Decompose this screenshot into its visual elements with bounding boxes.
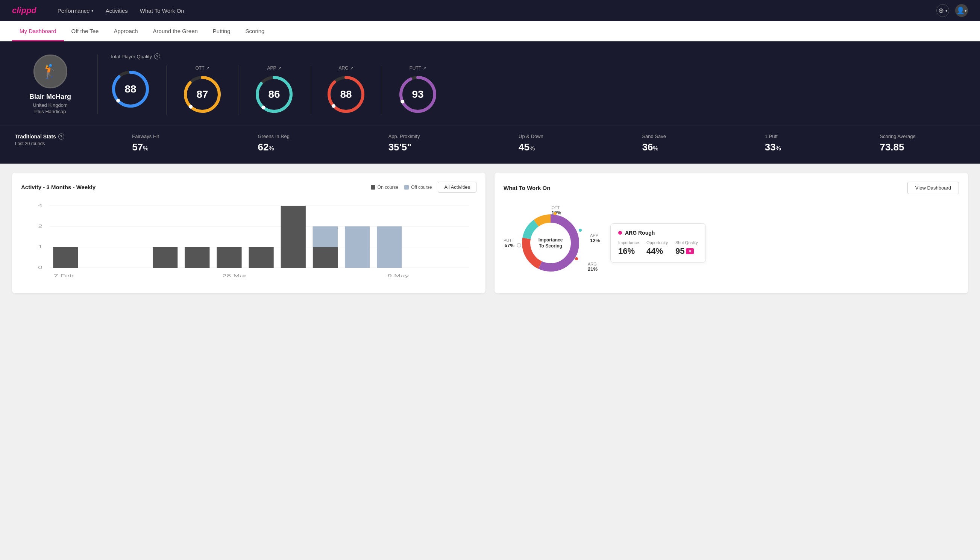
ring-number-arg: 88 — [340, 88, 352, 100]
score-label-arg: ARG ↗ — [338, 65, 353, 71]
card-metric-importance: Importance 16% — [618, 240, 639, 256]
legend-on-course: On course — [371, 185, 398, 190]
arg-dot — [575, 257, 578, 260]
top-nav: clippd Performance ▾ Activities What To … — [0, 0, 980, 21]
tab-my-dashboard[interactable]: My Dashboard — [12, 21, 64, 42]
ring-number-ott: 87 — [196, 88, 208, 100]
ring-dot — [189, 105, 193, 109]
putt-label: PUTT 57% — [504, 238, 514, 248]
ring-dot — [401, 100, 404, 103]
score-item-putt: PUTT ↗ 93 — [382, 65, 454, 115]
stat-greens-in-reg: Greens In Reg62% — [258, 133, 290, 153]
card-metric-shot-quality: Shot Quality 95 ▼ — [676, 240, 698, 256]
donut-section: PUTT 57% OTT 10% APP 12% ARG — [504, 202, 959, 284]
stats-info-icon[interactable]: ? — [58, 133, 64, 140]
svg-text:2: 2 — [38, 224, 43, 229]
add-button[interactable]: ⊕ ▾ — [937, 4, 949, 17]
ring-number-app: 86 — [268, 88, 280, 100]
stat-value-greens-in-reg: 62% — [258, 142, 274, 153]
tab-approach[interactable]: Approach — [106, 21, 145, 42]
ring-ott: 87 — [181, 74, 223, 115]
hero-section: 🏌️ Blair McHarg United Kingdom Plus Hand… — [0, 42, 980, 126]
app-dot — [579, 229, 582, 232]
tab-scoring[interactable]: Scoring — [238, 21, 272, 42]
player-country: United Kingdom — [33, 102, 68, 108]
player-name: Blair McHarg — [29, 93, 71, 101]
total-quality-label: Total Player Quality ? — [110, 53, 965, 59]
arg-label: ARG 21% — [588, 262, 597, 272]
stats-title: Traditional Stats ? — [15, 133, 71, 140]
stat-one-putt: 1 Putt33% — [765, 133, 781, 153]
svg-text:1: 1 — [38, 245, 43, 249]
card-metric-opportunity: Opportunity 44% — [646, 240, 668, 256]
tab-around-the-green[interactable]: Around the Green — [146, 21, 205, 42]
tab-off-the-tee[interactable]: Off the Tee — [64, 21, 106, 42]
nav-performance[interactable]: Performance ▾ — [58, 8, 94, 14]
stats-label-block: Traditional Stats ? Last 20 rounds — [15, 133, 83, 146]
stat-name-one-putt: 1 Putt — [765, 133, 778, 139]
svg-text:0: 0 — [38, 265, 43, 270]
score-item-app: APP ↗ 86 — [238, 65, 310, 115]
activity-panel-header: Activity - 3 Months - Weekly On course O… — [21, 182, 476, 193]
stat-sand-save: Sand Save36% — [642, 133, 666, 153]
stat-name-up-down: Up & Down — [519, 133, 543, 139]
stat-fairways-hit: Fairways Hit57% — [132, 133, 159, 153]
svg-text:To Scoring: To Scoring — [539, 243, 562, 248]
all-activities-button[interactable]: All Activities — [438, 182, 476, 193]
tab-putting[interactable]: Putting — [205, 21, 238, 42]
stat-unit: % — [143, 145, 148, 152]
activity-chart-svg: 0 1 2 4 — [21, 200, 476, 283]
off-course-legend-dot — [404, 185, 409, 190]
arrow-icon: ↗ — [278, 66, 281, 71]
what-to-work-on-panel: What To Work On View Dashboard PUTT 57% … — [494, 173, 968, 293]
stat-value-sand-save: 36% — [642, 142, 658, 153]
hero-top: 🏌️ Blair McHarg United Kingdom Plus Hand… — [15, 53, 965, 115]
score-label-app: APP ↗ — [267, 65, 281, 71]
stat-name-sand-save: Sand Save — [642, 133, 666, 139]
svg-rect-13 — [281, 206, 306, 268]
stat-scoring-average: Scoring Average73.85 — [880, 133, 915, 153]
player-avatar: 🏌️ — [33, 55, 67, 88]
user-avatar-button[interactable]: 👤 ▾ — [955, 4, 968, 17]
svg-text:28 Mar: 28 Mar — [222, 273, 247, 278]
score-item-arg: ARG ↗ 88 — [310, 65, 382, 115]
ring-dot — [332, 104, 335, 108]
donut-svg: Importance To Scoring — [517, 209, 584, 277]
score-item-ott: OTT ↗ 87 — [166, 65, 238, 115]
nav-right-controls: ⊕ ▾ 👤 ▾ — [937, 4, 968, 17]
ring-putt: 93 — [397, 74, 438, 115]
stat-unit: % — [268, 145, 274, 152]
shot-quality-badge: ▼ — [686, 248, 694, 254]
svg-rect-9 — [153, 247, 178, 268]
donut-with-labels: PUTT 57% OTT 10% APP 12% ARG — [504, 202, 601, 284]
player-info: 🏌️ Blair McHarg United Kingdom Plus Hand… — [15, 55, 98, 114]
ring-total: 88 — [110, 68, 151, 110]
nav-what-to-work-on[interactable]: What To Work On — [140, 8, 184, 14]
scores-section: Total Player Quality ? 88 OTT ↗ 87 APP ↗ — [98, 53, 965, 115]
quality-info-icon[interactable]: ? — [154, 53, 160, 59]
stat-value-fairways-hit: 57% — [132, 142, 148, 153]
arg-rough-info-card: ARG Rough Importance 16% Opportunity 44%… — [611, 223, 706, 263]
stat-app-proximity: App. Proximity35'5" — [388, 133, 420, 153]
svg-text:Importance: Importance — [539, 237, 563, 243]
svg-text:4: 4 — [38, 203, 43, 208]
activity-chart-panel: Activity - 3 Months - Weekly On course O… — [12, 173, 486, 293]
stat-name-fairways-hit: Fairways Hit — [132, 133, 159, 139]
svg-rect-15 — [313, 227, 338, 247]
arrow-icon: ↗ — [350, 66, 353, 71]
svg-rect-8 — [53, 247, 78, 268]
svg-rect-16 — [345, 227, 369, 268]
stat-unit: % — [776, 145, 781, 152]
nav-activities[interactable]: Activities — [106, 8, 128, 14]
stats-items: Fairways Hit57%Greens In Reg62%App. Prox… — [83, 133, 965, 153]
stat-name-app-proximity: App. Proximity — [388, 133, 420, 139]
stat-up-down: Up & Down45% — [519, 133, 543, 153]
info-card-title: ARG Rough — [625, 230, 655, 236]
app-label: APP 12% — [590, 233, 600, 243]
stat-value-up-down: 45% — [519, 142, 535, 153]
donut-wrapper: PUTT 57% OTT 10% APP 12% ARG — [504, 202, 601, 284]
player-handicap: Plus Handicap — [35, 109, 66, 114]
activity-chart-area: 0 1 2 4 — [21, 200, 476, 283]
view-dashboard-button[interactable]: View Dashboard — [907, 182, 959, 194]
svg-text:7 Feb: 7 Feb — [54, 273, 74, 278]
